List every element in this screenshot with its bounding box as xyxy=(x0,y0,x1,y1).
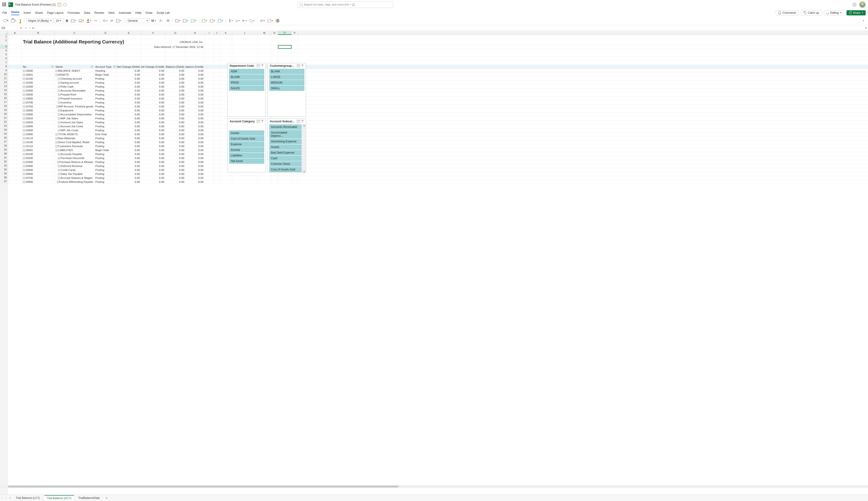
menu-view[interactable]: View xyxy=(108,11,115,14)
cell[interactable]: 10950 xyxy=(22,128,55,132)
cell[interactable]: 0.00 xyxy=(117,120,141,124)
cell[interactable]: Heading xyxy=(94,69,117,73)
cell[interactable]: Federal Withholding Payable xyxy=(55,180,94,184)
cell[interactable] xyxy=(186,49,205,53)
cell[interactable] xyxy=(205,176,214,180)
cell[interactable] xyxy=(214,53,220,57)
cell[interactable]: 10500 xyxy=(22,93,55,96)
cell[interactable]: Posting xyxy=(94,117,117,120)
comments-button[interactable]: Comments xyxy=(776,10,798,15)
insert-button[interactable] xyxy=(201,18,208,24)
cell[interactable] xyxy=(8,113,22,116)
cell[interactable] xyxy=(214,61,220,65)
cell[interactable] xyxy=(205,45,214,49)
outline-toggle-icon[interactable] xyxy=(56,149,58,151)
cell[interactable] xyxy=(8,81,22,85)
cell[interactable] xyxy=(292,57,298,61)
cell[interactable] xyxy=(220,49,232,53)
cell[interactable] xyxy=(8,136,22,140)
outline-toggle-icon[interactable] xyxy=(23,106,25,108)
multi-select-icon[interactable] xyxy=(297,120,300,123)
cell[interactable]: 0.00 xyxy=(166,85,186,88)
cell[interactable] xyxy=(8,152,22,156)
more-font-button[interactable] xyxy=(93,18,98,24)
cell[interactable] xyxy=(55,35,94,39)
cell[interactable]: Begin-Total xyxy=(94,73,117,77)
slicer-item[interactable]: Advertising Expense xyxy=(269,139,301,144)
cell[interactable] xyxy=(232,172,258,176)
cell[interactable]: 14110 xyxy=(22,136,55,140)
cell[interactable] xyxy=(214,85,220,88)
cell[interactable]: 0.00 xyxy=(117,152,141,156)
cell[interactable] xyxy=(8,45,22,49)
outline-toggle-icon[interactable] xyxy=(56,106,58,108)
outline-toggle-icon[interactable] xyxy=(23,82,25,84)
cell[interactable]: 0.00 xyxy=(186,105,205,108)
outline-toggle-icon[interactable] xyxy=(23,169,25,171)
cell[interactable] xyxy=(8,57,22,61)
cell[interactable]: 0.00 xyxy=(166,77,186,81)
cell[interactable]: No. xyxy=(22,65,55,68)
cell[interactable] xyxy=(214,113,220,116)
addins-button[interactable] xyxy=(267,18,274,24)
cell[interactable] xyxy=(278,180,292,184)
cell[interactable] xyxy=(55,45,94,49)
cell[interactable] xyxy=(8,73,22,77)
cell[interactable] xyxy=(278,39,292,45)
cell[interactable]: 0.00 xyxy=(166,164,186,168)
cell[interactable] xyxy=(214,132,220,136)
cell[interactable]: Trial Balance (Additional Reporting Curr… xyxy=(22,39,55,45)
row-header[interactable]: 14 xyxy=(0,89,8,93)
cell[interactable]: Posting xyxy=(94,180,117,184)
row-header[interactable]: 22 xyxy=(0,120,8,125)
cell[interactable] xyxy=(8,97,22,100)
share-button[interactable]: Share xyxy=(847,10,866,15)
cell[interactable]: 0.00 xyxy=(117,136,141,140)
cell[interactable] xyxy=(214,168,220,172)
find-button[interactable] xyxy=(249,18,255,24)
cell[interactable]: 0.00 xyxy=(117,108,141,112)
outline-toggle-icon[interactable] xyxy=(58,102,60,104)
cell[interactable] xyxy=(232,45,258,49)
cell[interactable]: 0.00 xyxy=(117,85,141,88)
cell[interactable] xyxy=(205,148,214,152)
cell[interactable] xyxy=(8,61,22,65)
cell[interactable] xyxy=(232,180,258,184)
cell[interactable]: 0.00 xyxy=(141,144,166,148)
cell[interactable] xyxy=(94,45,117,49)
multi-select-icon[interactable] xyxy=(257,64,260,67)
cell[interactable]: Posting xyxy=(94,105,117,108)
row-header[interactable]: 29 xyxy=(0,148,8,152)
cell[interactable] xyxy=(214,136,220,140)
cell[interactable] xyxy=(94,57,117,61)
cell[interactable]: 0.00 xyxy=(141,97,166,100)
outline-toggle-icon[interactable] xyxy=(58,169,60,171)
row-header[interactable]: 6 xyxy=(0,57,8,61)
outline-toggle-icon[interactable] xyxy=(23,141,25,143)
row-header[interactable]: 33 xyxy=(0,164,8,168)
cell[interactable]: 0.00 xyxy=(141,128,166,132)
cell[interactable] xyxy=(214,77,220,81)
menu-script-lab[interactable]: Script Lab xyxy=(157,11,170,14)
cell[interactable]: 0.00 xyxy=(186,140,205,144)
cell[interactable]: 20200 xyxy=(22,156,55,160)
cell[interactable] xyxy=(186,53,205,57)
cell[interactable] xyxy=(22,45,55,49)
cell[interactable]: 20001 xyxy=(22,148,55,152)
cell[interactable]: Checking account xyxy=(55,77,94,81)
formula-input[interactable] xyxy=(36,28,865,29)
name-box[interactable]: O3 xyxy=(0,26,23,30)
cell[interactable]: Accrued Job Costs xyxy=(55,125,94,128)
outline-toggle-icon[interactable] xyxy=(23,157,25,159)
menu-insert[interactable]: Insert xyxy=(24,11,31,14)
outline-toggle-icon[interactable] xyxy=(23,145,25,147)
cell[interactable] xyxy=(232,49,258,53)
cell[interactable]: 0.00 xyxy=(166,136,186,140)
cell[interactable]: Posting xyxy=(94,125,117,128)
cell[interactable] xyxy=(205,85,214,88)
cell[interactable] xyxy=(214,49,220,53)
cell[interactable]: WIP Account, Finished goods xyxy=(55,105,94,108)
cell[interactable]: 10700 xyxy=(22,100,55,104)
cell[interactable]: 10100 xyxy=(22,77,55,81)
cell[interactable]: 0.00 xyxy=(166,144,186,148)
